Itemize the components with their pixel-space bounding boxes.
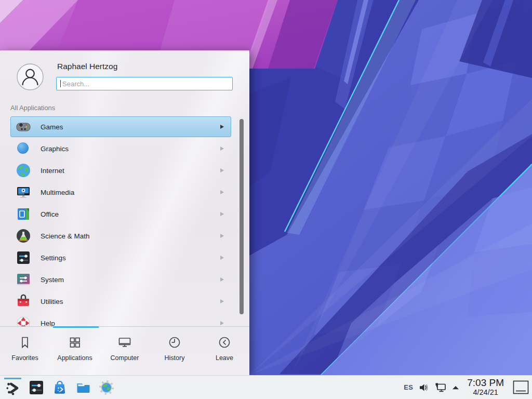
search-field-wrap: [56, 77, 233, 90]
tab-label: Leave: [216, 354, 233, 362]
category-games[interactable]: Games: [10, 116, 231, 137]
sphere-icon: [15, 140, 32, 157]
submenu-arrow-icon: [220, 234, 224, 238]
category-graphics[interactable]: Graphics: [10, 138, 231, 159]
dolphin-button[interactable]: [71, 376, 95, 399]
monitor-icon: [117, 335, 132, 350]
section-label: All Applications: [10, 104, 55, 112]
category-system[interactable]: System: [10, 269, 231, 290]
submenu-arrow-icon: [220, 125, 224, 129]
dolphin-icon: [75, 379, 91, 396]
keyboard-layout-indicator[interactable]: ES: [404, 383, 413, 391]
submenu-arrow-icon: [220, 168, 224, 172]
category-internet[interactable]: Internet: [10, 160, 231, 181]
discover-icon: [51, 379, 68, 396]
category-label: Office: [41, 210, 59, 218]
toolbox-icon: [15, 293, 32, 310]
tab-history[interactable]: History: [150, 327, 200, 375]
category-label: Games: [41, 123, 63, 131]
show-desktop-icon: [513, 380, 529, 394]
category-settings[interactable]: Settings: [10, 247, 231, 268]
application-launcher-icon: [5, 380, 21, 396]
search-input[interactable]: [56, 77, 233, 90]
taskbar: ES: [0, 375, 532, 399]
tray-expand-arrow-icon[interactable]: [452, 385, 459, 390]
system-sliders-icon: [15, 271, 32, 288]
submenu-arrow-icon: [220, 299, 224, 303]
globe-icon: [15, 162, 32, 179]
submenu-arrow-icon: [220, 256, 224, 260]
user-name: Raphael Hertzog: [57, 62, 117, 71]
category-list: Games Graphics: [0, 116, 249, 326]
bookmark-icon: [18, 335, 32, 350]
tab-label: Applications: [57, 354, 92, 362]
user-icon: [17, 63, 44, 90]
system-settings-icon: [28, 379, 45, 396]
network-icon[interactable]: [434, 382, 447, 393]
category-office[interactable]: Office: [10, 204, 231, 224]
system-tray: ES: [404, 376, 532, 399]
category-label: System: [41, 276, 64, 284]
clock-time: 7:03 PM: [467, 378, 504, 389]
gamepad-icon: [15, 118, 32, 135]
document-icon: [15, 206, 32, 222]
taskbar-launchers: [0, 376, 118, 399]
leave-icon: [217, 335, 232, 350]
digital-clock[interactable]: 7:03 PM 4/24/21: [467, 378, 504, 396]
tab-leave[interactable]: Leave: [200, 327, 249, 375]
category-utilities[interactable]: Utilities: [10, 291, 231, 312]
sliders-icon: [15, 249, 32, 266]
category-multimedia[interactable]: Multimedia: [10, 182, 231, 203]
desktop: Raphael Hertzog All Applications Games: [0, 0, 532, 399]
submenu-arrow-icon: [220, 277, 224, 282]
tab-label: History: [165, 354, 185, 362]
grid-icon: [68, 335, 82, 350]
tab-applications[interactable]: Applications: [50, 327, 100, 375]
category-label: Utilities: [41, 298, 63, 305]
tab-computer[interactable]: Computer: [100, 327, 150, 375]
category-label: Multimedia: [41, 189, 74, 196]
clock-icon: [167, 335, 182, 350]
scrollbar[interactable]: [240, 119, 244, 314]
tab-label: Computer: [111, 354, 139, 362]
user-avatar[interactable]: [17, 63, 44, 90]
category-science-math[interactable]: Science & Math: [10, 225, 231, 246]
category-help[interactable]: Help: [10, 313, 231, 326]
application-launcher-popup: Raphael Hertzog All Applications Games: [0, 50, 249, 375]
category-label: Help: [41, 320, 55, 327]
tab-label: Favorites: [11, 354, 38, 362]
submenu-arrow-icon: [220, 190, 224, 194]
show-desktop-button[interactable]: [513, 380, 529, 394]
launcher-tab-bar: Favorites Applications: [0, 326, 249, 375]
active-tab-indicator: [53, 326, 99, 328]
application-launcher-button[interactable]: [1, 376, 24, 399]
system-settings-button[interactable]: [24, 376, 48, 399]
konqueror-button[interactable]: [95, 376, 118, 399]
clock-date: 4/24/21: [467, 389, 504, 397]
category-label: Settings: [41, 254, 66, 262]
konqueror-icon: [98, 379, 115, 396]
lifering-icon: [15, 315, 32, 326]
volume-icon[interactable]: [418, 382, 429, 393]
category-label: Internet: [41, 167, 64, 175]
media-monitor-icon: [15, 184, 32, 201]
discover-button[interactable]: [48, 376, 71, 399]
active-task-indicator: [4, 378, 21, 379]
text-cursor: [60, 80, 61, 87]
tab-favorites[interactable]: Favorites: [0, 327, 50, 375]
submenu-arrow-icon: [220, 321, 224, 325]
submenu-arrow-icon: [220, 212, 224, 216]
submenu-arrow-icon: [220, 147, 224, 151]
category-label: Science & Math: [41, 232, 90, 240]
flask-icon: [15, 228, 32, 244]
category-label: Graphics: [41, 145, 69, 153]
